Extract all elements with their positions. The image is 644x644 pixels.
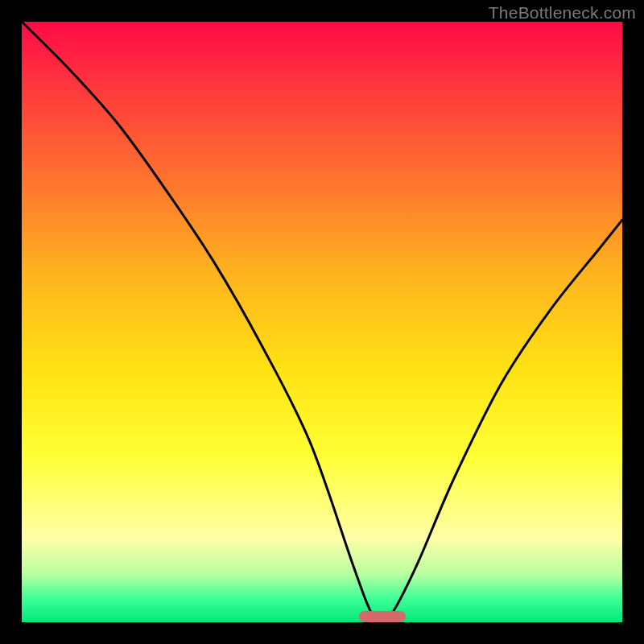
bottleneck-curve [22,22,622,622]
plot-area [22,22,622,622]
optimal-marker [359,611,406,622]
watermark-text: TheBottleneck.com [489,3,636,23]
chart-frame: TheBottleneck.com [0,0,644,644]
